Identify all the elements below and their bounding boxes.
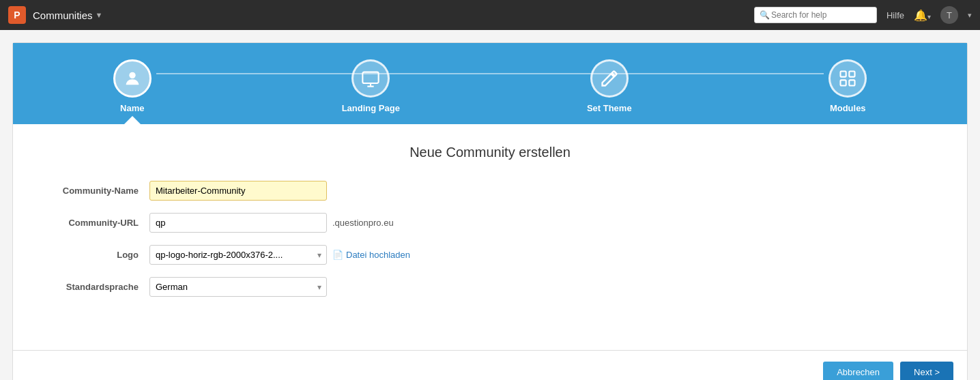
hilfe-link[interactable]: Hilfe: [887, 10, 904, 20]
logo-input-group: qp-logo-horiz-rgb-2000x376-2.... ▾ 📄 Dat…: [149, 245, 410, 265]
cancel-button[interactable]: Abbrechen: [823, 362, 893, 380]
user-dropdown-arrow[interactable]: ▾: [968, 11, 972, 20]
form-title: Neue Community erstellen: [40, 145, 940, 160]
next-button[interactable]: Next >: [900, 362, 953, 380]
wizard-step-theme-circle: [590, 59, 629, 98]
standardsprache-dropdown-wrapper: German ▾: [149, 277, 327, 297]
community-name-label: Community-Name: [40, 186, 149, 196]
app-dropdown-arrow: ▼: [96, 11, 103, 19]
logo-select[interactable]: qp-logo-horiz-rgb-2000x376-2....: [149, 245, 327, 265]
community-name-input-group: [149, 181, 327, 201]
standardsprache-label: Standardsprache: [40, 282, 149, 292]
search-icon: 🔍: [760, 10, 770, 20]
bottom-bar: Abbrechen Next >: [13, 350, 967, 380]
svg-rect-5: [850, 72, 855, 77]
community-url-row: Community-URL .questionpro.eu: [40, 213, 940, 233]
wizard-step-landing-label: Landing Page: [342, 103, 400, 113]
app-name-label: Communities: [33, 10, 93, 21]
file-icon: 📄: [332, 250, 343, 260]
standardsprache-row: Standardsprache German ▾: [40, 277, 940, 297]
topnav: P Communities ▼ 🔍 Hilfe 🔔▾ T ▾: [0, 0, 980, 30]
bell-dropdown-arrow: ▾: [927, 13, 931, 20]
user-avatar[interactable]: T: [940, 6, 958, 24]
logo-row: Logo qp-logo-horiz-rgb-2000x376-2.... ▾ …: [40, 245, 940, 265]
svg-rect-6: [841, 80, 846, 85]
wizard-step-name[interactable]: Name: [13, 59, 252, 124]
search-wrapper: 🔍: [754, 7, 877, 23]
community-url-label: Community-URL: [40, 218, 149, 228]
svg-rect-4: [841, 72, 846, 77]
community-name-input[interactable]: [149, 181, 327, 201]
svg-rect-1: [363, 72, 379, 83]
svg-point-0: [129, 72, 135, 78]
app-name-nav[interactable]: Communities ▼: [33, 10, 102, 21]
user-label: T: [947, 10, 952, 20]
wizard-step-modules[interactable]: Modules: [729, 59, 968, 124]
app-logo[interactable]: P: [8, 6, 26, 24]
svg-rect-7: [850, 80, 855, 85]
search-input[interactable]: [754, 7, 877, 23]
wizard-step-modules-label: Modules: [830, 103, 866, 113]
url-suffix: .questionpro.eu: [332, 218, 394, 228]
logo-dropdown-wrapper: qp-logo-horiz-rgb-2000x376-2.... ▾: [149, 245, 327, 265]
standardsprache-input-group: German ▾: [149, 277, 327, 297]
wizard-step-theme-label: Set Theme: [587, 103, 632, 113]
form-area: Neue Community erstellen Community-Name …: [13, 124, 967, 330]
community-url-input[interactable]: [149, 213, 327, 233]
main-card: Name Landing Page Set Theme: [12, 42, 968, 380]
file-upload-link[interactable]: 📄 Datei hochladen: [332, 250, 410, 260]
wizard-step-name-circle: [113, 59, 152, 98]
community-name-row: Community-Name: [40, 181, 940, 201]
wizard-bar: Name Landing Page Set Theme: [13, 43, 967, 124]
wizard-step-landing[interactable]: Landing Page: [252, 59, 491, 124]
file-upload-label: Datei hochladen: [346, 250, 410, 260]
logo-label: Logo: [40, 250, 149, 260]
wizard-step-landing-circle: [351, 59, 390, 98]
wizard-step-theme[interactable]: Set Theme: [490, 59, 729, 124]
community-url-input-group: .questionpro.eu: [149, 213, 394, 233]
topnav-right: 🔍 Hilfe 🔔▾ T ▾: [754, 6, 972, 24]
wizard-step-name-label: Name: [120, 103, 144, 113]
bell-icon[interactable]: 🔔▾: [914, 9, 931, 22]
standardsprache-select[interactable]: German: [149, 277, 327, 297]
wizard-step-modules-circle: [828, 59, 867, 98]
